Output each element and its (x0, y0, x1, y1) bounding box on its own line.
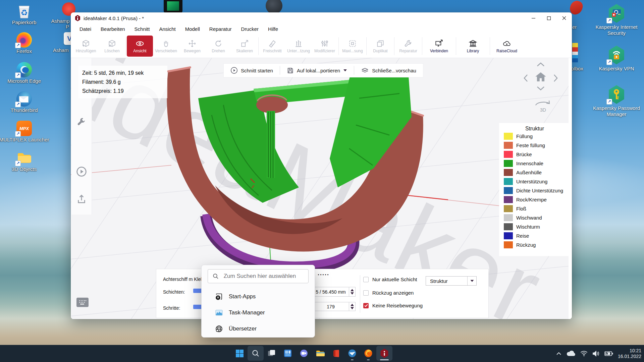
step-spinner-arrows[interactable] (349, 302, 356, 311)
export-button[interactable] (74, 192, 89, 206)
onedrive-cloud-icon[interactable] (566, 351, 576, 357)
toolbar-button-freecut[interactable]: Freischnitt (259, 36, 285, 57)
toolbar-button-move[interactable]: Bewegen (179, 36, 205, 57)
start-button[interactable] (231, 346, 248, 361)
dropdown-caret-icon (467, 277, 476, 285)
desktop-icon-kaspersky-internet-security[interactable]: ↗ Kaspersky Internet Security (591, 4, 642, 36)
checkbox-icon (363, 290, 369, 296)
desktop-icon-kaspersky-password-manager[interactable]: ↗ Kaspersky Password Manager (591, 85, 642, 117)
virtual-keyboard-button[interactable] (76, 298, 89, 307)
shortcut-arrow-icon: ↗ (15, 43, 21, 48)
toolbar-button-view[interactable]: Ansicht (127, 36, 153, 57)
toolbar-button-scale[interactable]: Skalieren (231, 36, 258, 57)
desktop-icon-toolbox-partial[interactable] (572, 43, 578, 62)
nav-up-button[interactable] (536, 62, 545, 67)
minimize-button[interactable] (526, 12, 541, 24)
nav-home-button[interactable] (534, 71, 547, 83)
desktop-icon-kaspersky-vpn[interactable]: ↗ Kaspersky VPN (591, 46, 642, 72)
menu-bearbeiten[interactable]: Bearbeiten (96, 24, 130, 35)
task-view-button[interactable] (264, 346, 280, 361)
desktop-icon-firefox[interactable]: ↗ Firefox (0, 32, 49, 54)
desktop-icon-3d-objects[interactable]: ↗ 3D Objects (0, 150, 49, 172)
checkbox-checked-icon (363, 303, 369, 308)
legend-swatch (504, 151, 513, 158)
taskbar: 10:21 16.01.2022 (0, 345, 644, 362)
toolbar-button-raisecloud[interactable]: RaiseCloud (491, 36, 523, 57)
export-local-button[interactable]: Auf lokal...portieren (280, 64, 354, 77)
toolbar-button-maxsize[interactable]: Maxi...sung (339, 36, 366, 57)
close-button[interactable] (556, 12, 572, 24)
menu-modell[interactable]: Modell (180, 24, 205, 35)
toolbar-button-duplicate[interactable]: Duplikat (367, 36, 393, 57)
menu-ansicht[interactable]: Ansicht (154, 24, 180, 35)
partial-app-icon[interactable] (164, 0, 182, 13)
nav-left-button[interactable] (523, 74, 528, 82)
search-result-task-manager[interactable]: Task-Manager (202, 305, 315, 321)
toolbar-button-modifier[interactable]: Modifizierer (312, 36, 338, 57)
battery-icon[interactable] (604, 351, 613, 356)
chat-button[interactable] (296, 346, 312, 361)
menu-drucker[interactable]: Drucker (236, 24, 264, 35)
toolbar: Hinzufügen Löschen Ansicht Verschieben B… (71, 35, 572, 58)
toolbar-button-library[interactable]: Library (457, 36, 489, 57)
widgets-button[interactable] (280, 346, 296, 361)
taskbar-firefox-button[interactable] (360, 346, 376, 361)
search-result-translator[interactable]: Übersetzer (202, 321, 315, 337)
checkbox-current-layer[interactable]: Nur aktuelle Schicht (363, 277, 417, 282)
checkbox-no-travel[interactable]: Keine Reisebewegung (363, 303, 423, 308)
search-result-start-apps[interactable]: Start-Apps (202, 289, 315, 305)
start-print-button[interactable] (74, 164, 89, 179)
shortcut-arrow-icon: ↗ (15, 131, 21, 137)
taskbar-search-button[interactable] (248, 346, 264, 361)
layer-spinner-arrows[interactable] (349, 287, 356, 297)
maximize-button[interactable] (541, 12, 556, 24)
stat-price: Schätzpreis: 1.19 (82, 86, 163, 96)
settings-wrench-button[interactable] (74, 114, 89, 129)
nav-right-button[interactable] (553, 74, 558, 82)
taskbar-thunderbird-button[interactable] (344, 346, 360, 361)
desktop-icon-edge[interactable]: ↗ Microsoft Edge (0, 62, 49, 84)
legend-row: Außenhülle (504, 168, 570, 177)
office-button[interactable] (328, 346, 344, 361)
layer-height-spinner[interactable]: 5 / 56.450 mm (312, 287, 349, 297)
search-input[interactable] (223, 273, 304, 280)
taskbar-clock[interactable]: 10:21 16.01.2022 (618, 348, 641, 359)
toolbar-button-support[interactable]: Unter...tzung (285, 36, 312, 57)
view-mode-dropdown[interactable]: Struktur (426, 276, 477, 286)
volume-icon[interactable] (592, 351, 600, 357)
print-stats-box: Zeit: 5 std, 26 min, 19 sek Filament: 39… (78, 66, 167, 98)
menu-schnitt[interactable]: Schnitt (130, 24, 155, 35)
nav-3d-rotate-button[interactable]: 3D (534, 97, 552, 113)
close-preview-button[interactable]: Schließe...vorschau (354, 64, 423, 77)
icon-label: Thunderbird (0, 107, 49, 113)
menu-hilfe[interactable]: Hilfe (263, 24, 283, 35)
icon-label: P (66, 24, 69, 29)
desktop-icon-thunderbird[interactable]: ↗ Thunderbird (0, 91, 49, 113)
toolbar-button-repair[interactable]: Reparatur (395, 36, 421, 57)
max-size-icon (348, 39, 357, 48)
toolbar-button-add[interactable]: Hinzufügen (73, 36, 99, 57)
file-explorer-button[interactable] (312, 346, 328, 361)
toolbar-button-pan[interactable]: Verschieben (153, 36, 179, 57)
taskbar-ideamaker-button[interactable] (376, 346, 392, 361)
steps-label: Schritte: (163, 305, 180, 311)
tray-chevron-up[interactable] (556, 352, 561, 355)
toolbar-button-delete[interactable]: Löschen (99, 36, 125, 57)
nav-down-button[interactable] (536, 86, 545, 91)
toolbar-button-rotate[interactable]: Drehen (205, 36, 231, 57)
step-spinner[interactable]: 179 (312, 302, 349, 311)
menu-reparatur[interactable]: Reparatur (205, 24, 236, 35)
wifi-icon[interactable] (580, 351, 588, 356)
3d-viewport[interactable]: ideaMaker (71, 58, 572, 319)
desktop-icon-multiplex-launcher[interactable]: MPX ↗ MULTIPLEX Launcher (0, 121, 49, 142)
desktop-icon-recycle-bin[interactable]: ♻ Papierkorb (0, 3, 49, 25)
menu-datei[interactable]: Datei (75, 24, 96, 35)
toolbar-button-connect[interactable]: Verbinden (423, 36, 455, 57)
mpx-logo-text: MPX (19, 126, 29, 131)
checkbox-show-retraction[interactable]: Rückzug anzeigen (363, 290, 414, 296)
search-box[interactable] (208, 269, 309, 283)
legend-row: Wischwand (504, 213, 570, 222)
panel-drag-handle[interactable]: ..... (318, 270, 329, 277)
window-titlebar[interactable]: ideaMaker 4.0.1 (Prusa) - * (71, 12, 572, 24)
start-slice-button[interactable]: Schnitt starten (224, 64, 280, 77)
